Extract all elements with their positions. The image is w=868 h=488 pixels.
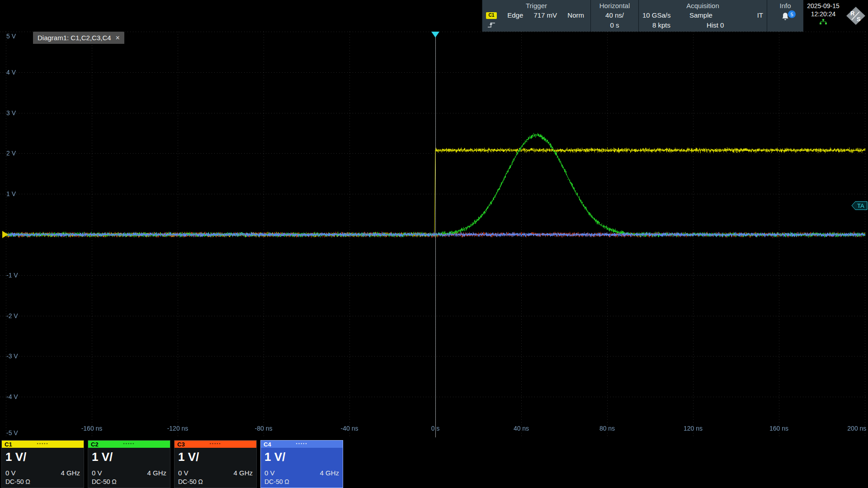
top-toolbar: Trigger C1 Edge 717 mV Norm Horizontal 4…: [482, 0, 868, 32]
channel-offset: 0 V: [92, 469, 102, 477]
channel-bandwidth: 4 GHz: [320, 469, 339, 477]
channel-scale: 1 V/: [175, 448, 256, 469]
trigger-slope-rising-icon: [487, 21, 497, 28]
channel-badge-c1[interactable]: C1 ••••• 1 V/ 0 V 4 GHz DC-50 Ω: [1, 440, 84, 488]
channel-body[interactable]: 1 V/ 0 V 4 GHz DC-50 Ω: [175, 448, 256, 488]
trigger-level: 717 mV: [533, 10, 557, 20]
channel-offset: 0 V: [178, 469, 189, 477]
trigger-level-marker[interactable]: TA: [851, 201, 868, 210]
channel-strip[interactable]: C3 •••••: [175, 441, 256, 448]
channel-badge-c2[interactable]: C2 ••••• 1 V/ 0 V 4 GHz DC-50 Ω: [88, 440, 170, 488]
x-axis-label: -40 ns: [341, 425, 359, 432]
x-axis-label: 200 ns: [847, 425, 866, 432]
logo-panel: R S: [843, 0, 868, 32]
info-panel-title: Info: [779, 1, 791, 10]
channel-scale: 1 V/: [2, 448, 84, 469]
horizontal-position: 0 s: [610, 20, 619, 30]
acquisition-mode: Sample: [689, 10, 751, 20]
y-axis-label: 3 V: [6, 109, 16, 117]
horizontal-panel[interactable]: Horizontal 40 ns/ 0 s: [590, 0, 638, 32]
channel-badge-c4[interactable]: C4 ••••• 1 V/ 0 V 4 GHz DC-50 Ω: [260, 440, 343, 488]
horizontal-panel-title: Horizontal: [594, 1, 635, 10]
channel-bandwidth: 4 GHz: [61, 469, 80, 477]
acquisition-panel[interactable]: Acquisition 10 GSa/s Sample IT 8 kpts Hi…: [638, 0, 767, 32]
diagram-tab[interactable]: Diagram1: C1,C2,C3,C4 ×: [33, 32, 124, 44]
acquisition-panel-title: Acquisition: [642, 1, 763, 10]
y-axis-label: 4 V: [6, 69, 16, 76]
y-axis-label: -3 V: [6, 352, 18, 360]
channel-body[interactable]: 1 V/ 0 V 4 GHz DC-50 Ω: [2, 448, 84, 488]
channel-name: C2: [88, 441, 99, 448]
trigger-level-marker-label: TA: [857, 202, 864, 209]
channel-badge-c3[interactable]: C3 ••••• 1 V/ 0 V 4 GHz DC-50 Ω: [174, 440, 257, 488]
channel-coupling: DC-50 Ω: [175, 477, 256, 488]
waveform-canvas[interactable]: [0, 32, 868, 437]
y-axis-label: 5 V: [6, 33, 16, 40]
channel-scale: 1 V/: [261, 448, 343, 469]
acquisition-sample-rate: 10 GSa/s: [642, 10, 689, 20]
channel-body[interactable]: 1 V/ 0 V 4 GHz DC-50 Ω: [261, 448, 343, 488]
drag-handle-icon: •••••: [296, 441, 308, 446]
x-axis-label: 160 ns: [769, 425, 788, 432]
trigger-mode: Norm: [567, 10, 584, 20]
channel-name: C3: [175, 441, 185, 448]
channel-name: C4: [261, 441, 271, 448]
svg-text:S: S: [857, 16, 861, 23]
channel-offset-marker-icon[interactable]: [2, 231, 8, 238]
time-label: 12:20:24: [811, 10, 836, 18]
clock-panel: 2025-09-15 12:20:24: [803, 0, 843, 32]
trigger-position-marker-icon[interactable]: [431, 32, 439, 38]
x-axis-label: -80 ns: [255, 425, 273, 432]
y-axis-label: -5 V: [6, 429, 18, 436]
drag-handle-icon: •••••: [123, 441, 135, 446]
channel-bandwidth: 4 GHz: [233, 469, 253, 477]
rohde-schwarz-logo-icon: R S: [845, 6, 866, 26]
channel-bandwidth: 4 GHz: [147, 469, 166, 477]
y-axis-label: -4 V: [6, 393, 18, 400]
y-axis-label: 1 V: [6, 190, 16, 197]
channel-scale: 1 V/: [88, 448, 170, 469]
x-axis-label: 80 ns: [599, 425, 615, 432]
info-count-badge: 5: [788, 10, 796, 18]
svg-text:R: R: [850, 10, 855, 17]
trigger-type: Edge: [507, 10, 523, 20]
x-axis-label: 40 ns: [514, 425, 529, 432]
trigger-panel-title: Trigger: [486, 1, 587, 10]
drag-handle-icon: •••••: [210, 441, 222, 446]
info-panel[interactable]: Info 5: [767, 0, 803, 32]
channel-strip[interactable]: C2 •••••: [88, 441, 170, 448]
channel-coupling: DC-50 Ω: [88, 477, 170, 488]
date-label: 2025-09-15: [807, 2, 840, 10]
y-axis-label: -1 V: [6, 272, 18, 279]
horizontal-scale: 40 ns/: [605, 10, 624, 20]
x-axis-label: 0 s: [431, 425, 440, 432]
channel-offset: 0 V: [5, 469, 16, 477]
y-axis-label: -2 V: [6, 312, 18, 319]
x-axis-label: -160 ns: [81, 425, 103, 432]
acquisition-history: Hist 0: [707, 20, 724, 30]
diagram-area: Diagram1: C1,C2,C3,C4 × TA -160 ns-120 n…: [0, 32, 868, 437]
channel-coupling: DC-50 Ω: [2, 477, 84, 488]
channel-coupling: DC-50 Ω: [261, 477, 343, 488]
channel-offset: 0 V: [264, 469, 275, 477]
channel-name: C1: [2, 441, 12, 448]
acquisition-record-length: 8 kpts: [652, 20, 707, 30]
channel-body[interactable]: 1 V/ 0 V 4 GHz DC-50 Ω: [88, 448, 170, 488]
y-axis-label: 2 V: [6, 150, 16, 157]
channel-strip[interactable]: C1 •••••: [2, 441, 84, 448]
trigger-panel[interactable]: Trigger C1 Edge 717 mV Norm: [482, 0, 590, 32]
acquisition-interpolation: IT: [751, 10, 763, 20]
diagram-tab-label: Diagram1: C1,C2,C3,C4: [38, 34, 111, 42]
network-status-icon: [820, 19, 827, 25]
channel-badge-bar: C1 ••••• 1 V/ 0 V 4 GHz DC-50 Ω C2 •••••…: [1, 440, 343, 488]
trigger-source-chip: C1: [486, 12, 497, 19]
channel-strip[interactable]: C4 •••••: [261, 441, 343, 448]
x-axis-label: -120 ns: [167, 425, 189, 432]
x-axis-label: 120 ns: [684, 425, 703, 432]
diagram-close-icon[interactable]: ×: [116, 34, 120, 42]
drag-handle-icon: •••••: [37, 441, 49, 446]
